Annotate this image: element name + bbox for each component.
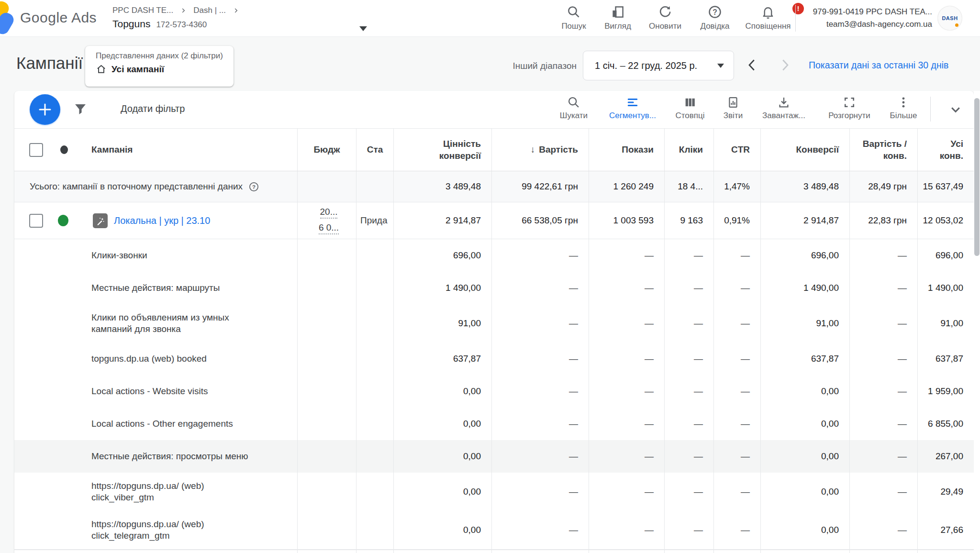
conversions-cell: 0,00 bbox=[760, 473, 849, 511]
conversions-cell: 91,00 bbox=[760, 304, 849, 343]
date-range-selector[interactable]: 1 січ. – 22 груд. 2025 р. bbox=[583, 51, 734, 80]
toolbar-segment[interactable]: Сегментув... bbox=[599, 96, 666, 121]
column-conversions[interactable]: Конверсії bbox=[760, 129, 849, 171]
conversion-action-label: Local actions - Website visits bbox=[14, 375, 297, 408]
column-cost[interactable]: ↓ Вартість bbox=[491, 129, 589, 171]
next-row-sliver bbox=[14, 550, 974, 553]
campaign-clicks: 9 163 bbox=[664, 202, 713, 239]
row-checkbox[interactable] bbox=[29, 214, 43, 228]
campaign-name-link[interactable]: Локальна | укр | 23.10 bbox=[114, 215, 210, 226]
download-icon bbox=[777, 96, 791, 109]
conv-value-cell: 0,00 bbox=[393, 408, 491, 440]
budget-value-2[interactable]: 6 0... bbox=[319, 222, 339, 234]
nav-refresh[interactable]: Оновити bbox=[636, 5, 694, 31]
data-view-chip-value: Усі кампанії bbox=[111, 64, 164, 75]
impressions-cell: — bbox=[589, 375, 664, 408]
status-enabled-dot[interactable] bbox=[58, 215, 68, 226]
column-campaign[interactable]: Кампанія bbox=[91, 144, 133, 155]
toolbar-download[interactable]: Завантаж... bbox=[750, 96, 817, 121]
chevron-right-icon bbox=[233, 7, 239, 14]
totals-label: Усього: кампанії в поточному представлен… bbox=[30, 181, 243, 192]
add-campaign-button[interactable] bbox=[30, 94, 60, 125]
smart-campaign-icon bbox=[93, 213, 108, 228]
cost-cell: — bbox=[491, 304, 589, 343]
avatar[interactable]: DASH bbox=[938, 6, 962, 30]
campaign-status-cell: Прида bbox=[356, 202, 393, 239]
campaign-cost-per-conv: 22,83 грн bbox=[849, 202, 917, 239]
table-toolbar: Додати фільтр Шукати Сегментув... Стовпц… bbox=[14, 91, 974, 129]
conv-value-cell: 696,00 bbox=[393, 239, 491, 272]
notification-badge: ! bbox=[791, 2, 805, 15]
conversion-action-label: https://topguns.dp.ua/ (web)click_viber_… bbox=[14, 473, 297, 511]
date-prev-button[interactable] bbox=[744, 56, 761, 74]
date-next-button[interactable] bbox=[776, 56, 793, 74]
cost-cell: — bbox=[491, 408, 589, 440]
nav-notifications[interactable]: ! Сповіщення bbox=[739, 5, 797, 31]
cost-per-conv-cell: — bbox=[849, 239, 917, 272]
cost-cell: — bbox=[491, 239, 589, 272]
ctr-cell: — bbox=[713, 511, 760, 549]
column-cost-per-conv[interactable]: Вартість / конв. bbox=[849, 129, 917, 171]
budget-value-1[interactable]: 20... bbox=[320, 207, 338, 219]
totals-clicks: 18 4... bbox=[664, 171, 713, 202]
conversions-cell: 0,00 bbox=[760, 440, 849, 473]
conversion-action-label: Клики-звонки bbox=[14, 239, 297, 272]
ctr-cell: — bbox=[713, 375, 760, 408]
breadcrumb-sub-account[interactable]: Dash | ... bbox=[193, 6, 226, 15]
conversion-action-row: topguns.dp.ua (web) booked637,87————637,… bbox=[14, 343, 974, 375]
filter-icon[interactable] bbox=[73, 101, 88, 117]
column-clicks[interactable]: Кліки bbox=[664, 129, 713, 171]
column-all-conv[interactable]: Усі конв. bbox=[917, 129, 974, 171]
campaign-impressions: 1 003 593 bbox=[589, 202, 664, 239]
conversion-action-label: Клики по объявлениям из умныхкампаний дл… bbox=[14, 304, 297, 343]
all-conv-cell: 91,00 bbox=[917, 304, 974, 343]
toolbar-more[interactable]: Більше bbox=[870, 96, 937, 121]
select-all-checkbox[interactable] bbox=[29, 143, 43, 157]
impressions-cell: — bbox=[589, 343, 664, 375]
impressions-cell: — bbox=[589, 304, 664, 343]
conv-value-cell: 0,00 bbox=[393, 473, 491, 511]
refresh-icon bbox=[658, 5, 672, 19]
add-filter-button[interactable]: Додати фільтр bbox=[121, 103, 185, 114]
breadcrumb-manager-account[interactable]: PPC DASH TE... bbox=[112, 6, 173, 15]
chart-window-icon bbox=[611, 5, 625, 19]
status-column-dot-icon[interactable] bbox=[60, 145, 68, 154]
show-last-30-days-link[interactable]: Показати дані за останні 30 днів bbox=[809, 60, 948, 71]
conv-value-cell: 637,87 bbox=[393, 343, 491, 375]
divider bbox=[795, 5, 796, 32]
column-budget[interactable]: Бюдж bbox=[297, 129, 356, 171]
conv-value-cell: 0,00 bbox=[393, 440, 491, 473]
conversion-rows: Клики-звонки696,00————696,00—696,00Местн… bbox=[14, 239, 974, 550]
column-status[interactable]: Ста bbox=[356, 129, 393, 171]
search-icon bbox=[567, 96, 580, 109]
budget-cell: 20... 6 0... bbox=[297, 202, 356, 239]
all-conv-cell: 1 959,00 bbox=[917, 375, 974, 408]
collapse-toolbar-chevron-icon[interactable] bbox=[947, 101, 964, 118]
account-info[interactable]: 979-991-0419 PPC DASH TEA... team3@dash-… bbox=[809, 6, 932, 31]
all-conv-cell: 1 490,00 bbox=[917, 272, 974, 304]
totals-cost-per-conv: 28,49 грн bbox=[849, 171, 917, 202]
other-range-label[interactable]: Інший діапазон bbox=[498, 61, 577, 71]
nav-help[interactable]: ? Довідка bbox=[686, 5, 744, 31]
conversion-action-label: Local actions - Other engagements bbox=[14, 408, 297, 440]
conv-value-cell: 0,00 bbox=[393, 511, 491, 549]
totals-impressions: 1 260 249 bbox=[589, 171, 664, 202]
totals-ctr: 1,47% bbox=[713, 171, 760, 202]
clicks-cell: — bbox=[664, 343, 713, 375]
all-conv-cell: 696,00 bbox=[917, 239, 974, 272]
clicks-cell: — bbox=[664, 511, 713, 549]
toolbar-search[interactable]: Шукати bbox=[540, 96, 607, 121]
campaign-cost: 66 538,05 грн bbox=[491, 202, 589, 239]
column-impressions[interactable]: Покази bbox=[589, 129, 664, 171]
column-conv-value[interactable]: Цінність конверсії bbox=[393, 129, 491, 171]
breadcrumb: PPC DASH TE... Dash | ... Topguns 172-57… bbox=[112, 4, 239, 30]
scrollbar-thumb[interactable] bbox=[974, 98, 980, 256]
help-circle-icon[interactable]: ? bbox=[248, 181, 259, 192]
campaign-row: Локальна | укр | 23.10 20... 6 0... Прид… bbox=[14, 202, 974, 239]
ctr-cell: — bbox=[713, 473, 760, 511]
column-ctr[interactable]: CTR bbox=[713, 129, 760, 171]
page-title: Кампанії bbox=[16, 54, 83, 73]
account-picker-caret-icon[interactable] bbox=[359, 26, 367, 31]
data-view-chip[interactable]: Представлення даних (2 фільтри) Усі камп… bbox=[85, 46, 234, 87]
current-account-name[interactable]: Topguns bbox=[112, 18, 150, 30]
